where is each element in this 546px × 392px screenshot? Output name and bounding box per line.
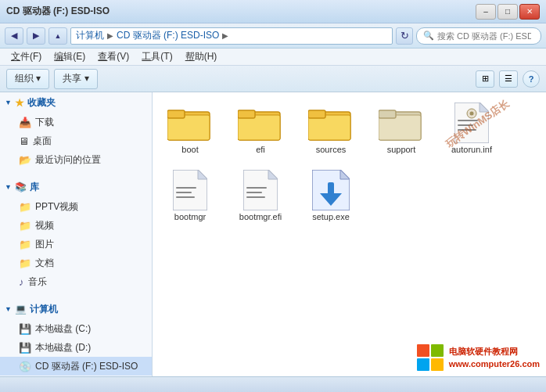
maximize-button[interactable]: □: [498, 4, 518, 20]
drive-d-icon: 💾: [19, 342, 31, 354]
computer-chevron: ▼: [5, 305, 12, 313]
sidebar-item-drive-f-label: CD 驱动器 (F:) ESD-ISO: [35, 360, 138, 373]
up-button[interactable]: ▲: [48, 27, 67, 45]
refresh-button[interactable]: ↻: [396, 27, 413, 45]
minimize-button[interactable]: –: [476, 4, 496, 20]
window-title: CD 驱动器 (F:) ESD-ISO: [6, 5, 476, 18]
svg-rect-35: [417, 358, 429, 371]
svg-rect-36: [431, 358, 444, 371]
search-bar: 🔍: [416, 27, 541, 45]
back-button[interactable]: ◀: [5, 27, 23, 45]
svg-rect-15: [458, 124, 473, 126]
sidebar-favorites-section: ▼ ★ 收藏夹 📥 下载 🖥 桌面 📂 最近访问的位置: [0, 92, 152, 169]
svg-rect-10: [379, 115, 421, 140]
pictures-icon: 📁: [19, 239, 31, 250]
menu-bar: 文件(F) 编辑(E) 查看(V) 工具(T) 帮助(H): [0, 49, 546, 66]
sidebar-item-video-label: 视频: [35, 219, 54, 232]
forward-button[interactable]: ▶: [27, 27, 45, 45]
sources-label: sources: [316, 144, 347, 155]
path-computer[interactable]: 计算机: [76, 29, 104, 42]
sidebar-item-recent[interactable]: 📂 最近访问的位置: [0, 150, 152, 169]
path-sep2: ▶: [222, 31, 228, 40]
menu-view[interactable]: 查看(V): [92, 49, 135, 65]
logo-text: 电脑软硬件教程网 www.computer26.com: [449, 345, 540, 371]
close-button[interactable]: ✕: [519, 4, 540, 20]
svg-marker-25: [268, 170, 278, 179]
svg-marker-20: [198, 170, 207, 179]
sidebar-item-video[interactable]: 📁 视频: [0, 216, 152, 235]
sidebar-item-docs-label: 文档: [35, 257, 54, 270]
svg-rect-28: [246, 196, 265, 198]
file-item-sources[interactable]: sources: [300, 99, 362, 158]
file-item-setup[interactable]: setup.exe: [300, 166, 362, 225]
file-item-bootmgr[interactable]: bootmgr: [159, 166, 221, 225]
sidebar-item-drive-c-label: 本地磁盘 (C:): [35, 322, 91, 336]
svg-rect-16: [458, 129, 476, 131]
svg-rect-27: [246, 192, 262, 193]
help-button[interactable]: ?: [523, 70, 540, 88]
setup-label: setup.exe: [312, 211, 350, 222]
file-item-bootmgr-efi[interactable]: bootmgr.efi: [229, 166, 292, 225]
support-label: support: [387, 144, 416, 155]
view-details-button[interactable]: ☰: [499, 70, 518, 88]
pptv-icon: 📁: [19, 201, 31, 213]
view-toggle-button[interactable]: ⊞: [476, 70, 494, 88]
bootmgr-label: bootmgr: [174, 211, 206, 222]
file-grid: boot efi: [159, 99, 540, 226]
video-icon: 📁: [19, 220, 31, 232]
efi-label: efi: [256, 144, 265, 155]
sidebar-item-pictures[interactable]: 📁 图片: [0, 235, 152, 254]
search-icon: 🔍: [423, 31, 434, 41]
file-item-autorun[interactable]: autorun.inf: [440, 99, 503, 158]
address-path[interactable]: 计算机 ▶ CD 驱动器 (F:) ESD-ISO ▶: [70, 27, 393, 45]
sidebar-library-header[interactable]: ▼ 📚 库: [0, 177, 152, 197]
sidebar-item-pptv[interactable]: 📁 PPTV视频: [0, 197, 152, 216]
svg-rect-2: [167, 110, 185, 118]
menu-file[interactable]: 文件(F): [5, 49, 48, 65]
boot-label: boot: [181, 144, 198, 155]
logo-watermark: 电脑软硬件教程网 www.computer26.com: [416, 343, 540, 372]
sidebar-item-music[interactable]: ♪ 音乐: [0, 272, 152, 291]
windows-logo-icon: [416, 343, 444, 372]
svg-rect-33: [417, 344, 429, 357]
sidebar-item-drive-c[interactable]: 💾 本地磁盘 (C:): [0, 319, 152, 338]
sidebar-computer-header[interactable]: ▼ 💻 计算机: [0, 299, 152, 319]
music-icon: ♪: [19, 276, 24, 288]
toolbar: 组织 ▾ 共享 ▾ ⊞ ☰ ?: [0, 66, 546, 92]
svg-rect-4: [238, 115, 280, 140]
bootmgr-efi-label: bootmgr.efi: [239, 211, 282, 222]
recent-folder-icon: 📂: [19, 154, 31, 166]
sidebar-item-drive-f[interactable]: 💿 CD 驱动器 (F:) ESD-ISO: [0, 357, 152, 376]
file-item-support[interactable]: support: [370, 99, 433, 158]
menu-help[interactable]: 帮助(H): [179, 49, 224, 65]
organize-button[interactable]: 组织 ▾: [6, 69, 49, 89]
search-input[interactable]: [437, 31, 531, 41]
svg-rect-11: [379, 110, 396, 118]
library-icon: 📚: [15, 182, 27, 192]
sidebar-favorites-header[interactable]: ▼ ★ 收藏夹: [0, 92, 152, 113]
sidebar-item-download[interactable]: 📥 下载: [0, 113, 152, 131]
library-chevron: ▼: [5, 183, 12, 191]
svg-rect-31: [328, 182, 334, 195]
svg-rect-14: [458, 120, 478, 121]
window-controls: – □ ✕: [476, 4, 540, 20]
bootmgr-efi-icon: [237, 169, 284, 211]
svg-marker-13: [480, 102, 489, 112]
sidebar-library-section: ▼ 📚 库 📁 PPTV视频 📁 视频 📁 图片 📁 文档 ♪: [0, 177, 152, 291]
sidebar-item-download-label: 下载: [35, 116, 54, 129]
computer-icon: 💻: [15, 304, 27, 315]
sidebar-item-docs[interactable]: 📁 文档: [0, 254, 152, 272]
sidebar-item-pptv-label: PPTV视频: [35, 200, 78, 214]
svg-rect-22: [176, 192, 192, 193]
svg-rect-7: [308, 115, 350, 140]
library-label: 库: [30, 181, 39, 194]
menu-edit[interactable]: 编辑(E): [48, 49, 92, 65]
sidebar-item-drive-d[interactable]: 💾 本地磁盘 (D:): [0, 338, 152, 357]
main-area: ▼ ★ 收藏夹 📥 下载 🖥 桌面 📂 最近访问的位置 ▼ 📚: [0, 92, 546, 376]
sidebar-item-desktop[interactable]: 🖥 桌面: [0, 131, 152, 150]
path-drive[interactable]: CD 驱动器 (F:) ESD-ISO: [117, 29, 219, 42]
share-button[interactable]: 共享 ▾: [54, 69, 97, 89]
file-item-efi[interactable]: efi: [229, 99, 292, 158]
menu-tools[interactable]: 工具(T): [135, 49, 178, 65]
file-item-boot[interactable]: boot: [159, 99, 221, 158]
